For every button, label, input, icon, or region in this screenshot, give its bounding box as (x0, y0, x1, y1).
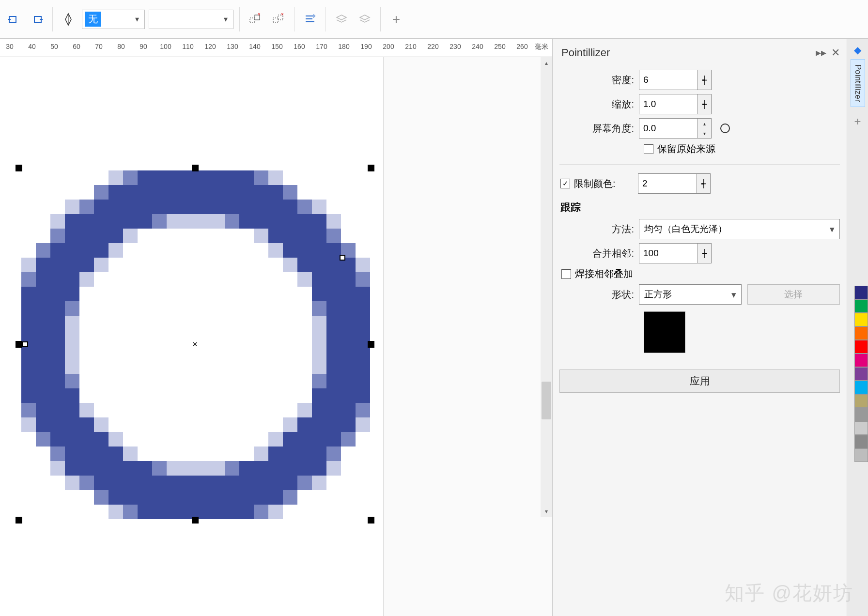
pixel (356, 359, 370, 374)
pixel (312, 243, 326, 258)
add-docker-icon[interactable]: + (854, 115, 861, 128)
scroll-down-icon[interactable]: ▾ (541, 506, 552, 517)
scroll-thumb[interactable] (542, 382, 551, 419)
color-palette (854, 286, 868, 462)
pixel (36, 316, 50, 330)
selection-handle[interactable] (368, 341, 374, 348)
keep-original-checkbox[interactable] (644, 144, 653, 154)
selection-handle[interactable] (368, 165, 374, 171)
control-handle[interactable] (22, 341, 28, 347)
angle-dial-icon[interactable] (720, 123, 730, 133)
control-handle[interactable] (340, 255, 345, 261)
pixel (268, 229, 283, 243)
color-swatch[interactable] (854, 367, 868, 381)
pixel (268, 432, 283, 447)
break-apart-icon[interactable]: × (246, 10, 265, 29)
pixel (50, 388, 65, 403)
pixel (210, 461, 225, 476)
pixel (152, 490, 167, 505)
canvas[interactable]: × (0, 57, 552, 616)
pixel (123, 229, 138, 243)
color-swatch[interactable] (854, 299, 868, 313)
selection-handle[interactable] (16, 517, 22, 524)
pixel (356, 258, 370, 272)
selection-handle[interactable] (16, 341, 22, 348)
pixel (210, 170, 225, 185)
angle-input[interactable] (639, 118, 698, 139)
pixel (167, 214, 181, 229)
limit-colors-checkbox[interactable] (560, 179, 570, 188)
collapse-icon[interactable]: ▸▸ (816, 46, 826, 59)
merge-slider-icon[interactable]: ┽ (698, 243, 712, 263)
layer-icon-1[interactable] (332, 10, 351, 29)
ruler-tick: 100 (160, 43, 171, 50)
pixel (94, 243, 108, 258)
pixel (341, 374, 356, 388)
color-swatch[interactable] (854, 326, 868, 340)
pixel (210, 476, 225, 490)
pixel (50, 229, 65, 243)
method-dropdown[interactable]: 均匀（白色无光泽） ▾ (639, 219, 840, 239)
selected-object[interactable]: × (15, 164, 375, 524)
color-swatch[interactable] (854, 448, 868, 462)
pixel (108, 476, 123, 490)
color-swatch[interactable] (854, 313, 868, 326)
pixel (297, 403, 312, 417)
color-swatch[interactable] (854, 435, 868, 448)
pen-tool-icon[interactable] (59, 10, 78, 29)
color-swatch[interactable] (854, 354, 868, 367)
shape-dropdown[interactable]: 正方形 ▾ (639, 284, 742, 305)
pixel (297, 476, 312, 490)
pixel (167, 200, 181, 214)
color-swatch[interactable] (854, 381, 868, 394)
pixel (79, 432, 94, 447)
scale-slider-icon[interactable]: ┽ (698, 94, 712, 114)
selection-handle[interactable] (192, 165, 199, 171)
canvas-area: 毫米 3040506070809010011012013014015016017… (0, 39, 552, 616)
selection-handle[interactable] (368, 517, 374, 524)
pixel (283, 447, 297, 461)
scrollbar-vertical[interactable]: ▴ ▾ (541, 57, 552, 517)
angle-spinner[interactable]: ▴▾ (698, 118, 712, 139)
separator (326, 7, 326, 31)
pixel (21, 258, 36, 272)
align-icon[interactable] (300, 10, 320, 29)
merge-input[interactable] (639, 243, 698, 263)
color-swatch[interactable] (854, 421, 868, 435)
tool-btn-1[interactable] (4, 10, 23, 29)
scale-input[interactable] (639, 94, 698, 114)
pointillizer-tab[interactable]: Pointillizer (851, 59, 865, 107)
color-swatch[interactable] (854, 286, 868, 299)
layer-icon-2[interactable] (355, 10, 374, 29)
stroke-dropdown[interactable]: ▾ (149, 10, 233, 29)
pointillizer-tab-icon[interactable]: ◆ (851, 43, 865, 57)
combine-icon[interactable]: × (269, 10, 288, 29)
apply-button[interactable]: 应用 (559, 370, 840, 393)
pixel (108, 200, 123, 214)
weld-checkbox[interactable] (561, 269, 571, 279)
color-swatch[interactable] (854, 408, 868, 421)
pixel (326, 388, 341, 403)
tool-btn-2[interactable] (27, 10, 46, 29)
selection-handle[interactable] (192, 517, 199, 524)
density-input[interactable] (639, 70, 698, 90)
limit-slider-icon[interactable]: ┽ (697, 173, 711, 194)
pixel (123, 476, 138, 490)
tracking-header: 跟踪 (560, 200, 840, 214)
pixel (50, 301, 65, 316)
color-swatch[interactable] (854, 340, 868, 354)
pixel (312, 272, 326, 287)
chevron-down-icon: ▾ (731, 289, 736, 300)
fill-dropdown[interactable]: 无 ▾ (82, 10, 145, 29)
pixel (297, 461, 312, 476)
pixel (283, 214, 297, 229)
limit-colors-input[interactable] (638, 173, 697, 194)
scroll-up-icon[interactable]: ▴ (541, 57, 552, 69)
density-slider-icon[interactable]: ┽ (698, 70, 712, 90)
color-swatch[interactable] (854, 394, 868, 408)
select-shape-button[interactable]: 选择 (747, 284, 840, 305)
pixel (254, 505, 268, 519)
close-icon[interactable]: ✕ (831, 46, 840, 59)
selection-handle[interactable] (16, 165, 22, 171)
add-button[interactable]: + (387, 10, 406, 29)
